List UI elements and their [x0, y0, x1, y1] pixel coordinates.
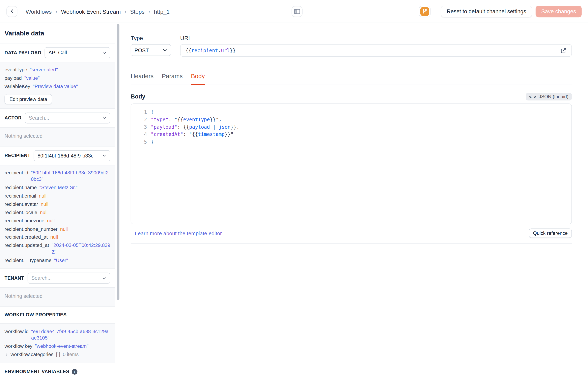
- chevron-down-icon: [102, 276, 106, 281]
- variable-key: workflow.id: [5, 328, 29, 341]
- variable-row: recipient.updated_at"2024-03-05T00:42:29…: [5, 241, 110, 256]
- variable-row: payload"value": [5, 74, 110, 82]
- line-number: 5: [131, 138, 147, 146]
- variable-value: "User": [54, 257, 68, 264]
- breadcrumb-item: http_1: [154, 8, 170, 14]
- variable-key: recipient.created_at: [5, 234, 48, 240]
- request-config-row: Type POST URL {{recipient.url}}: [131, 35, 572, 57]
- commit-status-button[interactable]: [419, 5, 431, 17]
- chevron-down-icon: [102, 116, 106, 120]
- editor-footer: Learn more about the template editor Qui…: [131, 224, 572, 244]
- actor-section: ACTOR Search...: [0, 108, 115, 127]
- tenant-section: TENANT Search...: [0, 269, 115, 288]
- variable-value: "2024-03-05T00:42:29.839Z": [52, 242, 110, 255]
- variable-row: recipient.avatarnull: [5, 200, 110, 208]
- tab-params[interactable]: Params: [162, 73, 183, 85]
- main-scrollbar-track[interactable]: [583, 23, 583, 377]
- variable-value: null: [50, 234, 58, 240]
- code-text: {: [147, 108, 153, 116]
- chevron-down-icon: [102, 50, 106, 55]
- recipient-select[interactable]: 80f1f4bf-166d-48f9-b33c: [34, 150, 110, 161]
- data-payload-section: DATA PAYLOAD API Call: [0, 43, 115, 62]
- panel-left-icon: [294, 9, 300, 14]
- chevron-down-icon: [162, 47, 167, 52]
- quick-reference-button[interactable]: Quick reference: [529, 228, 572, 238]
- info-icon[interactable]: i: [72, 369, 78, 374]
- line-number: 3: [131, 123, 147, 131]
- breadcrumb-separator: ›: [148, 8, 150, 14]
- variable-row: recipient.id"80f1f4bf-166d-48f9-b33c-390…: [5, 169, 110, 183]
- variable-value: null: [47, 217, 55, 224]
- back-button[interactable]: [6, 6, 17, 17]
- url-input[interactable]: {{recipient.url}}: [180, 44, 572, 57]
- tenant-label: TENANT: [5, 276, 24, 281]
- breadcrumb-separator: ›: [125, 8, 126, 14]
- tab-headers[interactable]: Headers: [131, 73, 153, 85]
- breadcrumb-separator: ›: [55, 8, 57, 14]
- type-label: Type: [131, 35, 171, 41]
- edit-preview-data-button[interactable]: Edit preview data: [5, 94, 52, 104]
- variable-key: eventType: [5, 66, 27, 73]
- variable-row: variableKey"Preview data value": [5, 82, 110, 90]
- variable-key: recipient.updated_at: [5, 242, 49, 255]
- external-link-icon[interactable]: [561, 47, 567, 53]
- body-section-label: Body: [131, 93, 145, 100]
- environment-variables-heading: ENVIRONMENT VARIABLES i: [0, 363, 115, 377]
- variable-key: payload: [5, 75, 22, 81]
- variable-value: null: [41, 201, 48, 207]
- workflow-categories-row[interactable]: workflow.categories [ ] 0 items: [5, 350, 110, 358]
- code-line: 3"payload": {{payload | json}},: [131, 123, 572, 131]
- url-label: URL: [180, 35, 572, 41]
- line-number: 1: [131, 108, 147, 116]
- body-code-editor[interactable]: 1{2"type": "{{eventType}}",3"payload": {…: [131, 104, 572, 224]
- data-payload-select[interactable]: API Call: [45, 47, 110, 58]
- reset-channel-settings-button[interactable]: Reset to default channel settings: [441, 5, 532, 17]
- variable-row: workflow.key"webhook-event-stream": [5, 342, 110, 350]
- template-editor-docs-link[interactable]: Learn more about the template editor: [135, 230, 222, 236]
- variable-row: recipient.emailnull: [5, 192, 110, 200]
- breadcrumb-item[interactable]: Webhook Event Stream: [61, 8, 121, 14]
- variable-key: recipient.name: [5, 184, 37, 191]
- workflow-properties-heading: WORKFLOW PROPERTIES: [0, 306, 115, 323]
- actor-search-select[interactable]: Search...: [25, 112, 110, 123]
- variable-value: "value": [24, 75, 40, 81]
- recipient-label: RECIPIENT: [5, 153, 30, 158]
- variable-key: recipient.email: [5, 192, 36, 199]
- request-method-select[interactable]: POST: [131, 44, 171, 56]
- top-bar: Workflows›Webhook Event Stream›Steps›htt…: [0, 0, 588, 23]
- variable-key: recipient.phone_number: [5, 225, 58, 232]
- code-text: "payload": {{payload | json}},: [147, 123, 239, 131]
- tab-body[interactable]: Body: [191, 73, 205, 85]
- git-branch-icon: [420, 7, 429, 16]
- tenant-search-select[interactable]: Search...: [28, 273, 110, 283]
- variable-row: recipient.phone_numbernull: [5, 225, 110, 233]
- recipient-preview: recipient.id"80f1f4bf-166d-48f9-b33c-390…: [0, 165, 115, 269]
- variable-value: "webhook-event-stream": [35, 343, 88, 349]
- save-changes-button[interactable]: Save changes: [536, 5, 582, 17]
- sidebar-toggle-button[interactable]: [292, 6, 303, 17]
- variable-value: null: [40, 209, 47, 216]
- actor-label: ACTOR: [5, 115, 22, 120]
- code-text: "createdAt": "{{timestamp}}": [147, 131, 234, 138]
- code-text: "type": "{{eventType}}",: [147, 116, 222, 123]
- variable-data-panel: Variable data DATA PAYLOAD API Call even…: [0, 23, 115, 377]
- tenant-empty-state: Nothing selected: [0, 288, 115, 306]
- variable-key: recipient.id: [5, 170, 28, 183]
- code-text: }: [147, 138, 153, 146]
- chevron-right-icon: [5, 353, 9, 356]
- variable-row: recipient.__typename"User": [5, 256, 110, 264]
- variable-key: recipient.__typename: [5, 257, 52, 264]
- format-badge: < > JSON (Liquid): [526, 93, 572, 101]
- variable-value: null: [39, 192, 47, 199]
- variable-value: null: [60, 225, 68, 232]
- line-number: 2: [131, 116, 147, 123]
- variable-row: workflow.id"e91ddae4-7f99-45cb-a688-3c12…: [5, 327, 110, 342]
- line-number: 4: [131, 131, 147, 138]
- data-payload-preview: eventType"server:alert"payload"value"var…: [0, 62, 115, 108]
- variable-row: recipient.localenull: [5, 208, 110, 216]
- actor-empty-state: Nothing selected: [0, 127, 115, 146]
- variable-value: "e91ddae4-7f99-45cb-a688-3c129aae3105": [31, 328, 110, 341]
- variable-row: recipient.timezonenull: [5, 216, 110, 225]
- code-icon: < >: [529, 94, 537, 99]
- panel-title: Variable data: [0, 23, 115, 43]
